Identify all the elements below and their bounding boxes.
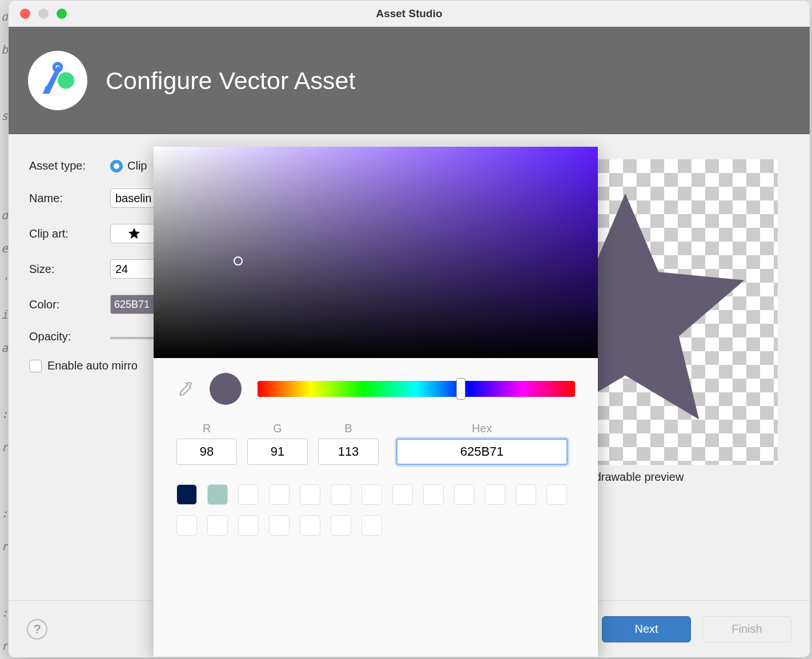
sv-cursor-icon [234, 256, 243, 266]
window-title: Asset Studio [9, 7, 810, 20]
asset-type-label: Asset type: [29, 159, 110, 172]
saturation-value-panel[interactable] [154, 147, 598, 358]
swatch-empty[interactable] [361, 515, 382, 536]
hue-slider[interactable] [258, 381, 575, 397]
name-input[interactable] [110, 188, 158, 208]
size-label: Size: [29, 263, 110, 276]
swatch-empty[interactable] [485, 484, 505, 505]
b-input[interactable] [318, 439, 379, 465]
swatch-empty[interactable] [423, 484, 444, 505]
color-picker-popup: R G B Hex [154, 147, 598, 657]
hue-handle[interactable] [456, 378, 465, 400]
swatch-empty[interactable] [331, 515, 351, 536]
swatch-empty[interactable] [207, 515, 228, 536]
swatch-empty[interactable] [238, 484, 259, 505]
help-button[interactable]: ? [27, 619, 47, 640]
name-label: Name: [29, 192, 110, 205]
hex-input[interactable] [396, 439, 568, 465]
finish-button: Finish [702, 616, 791, 642]
hex-label: Hex [472, 422, 492, 435]
auto-mirror-label: Enable auto mirro [47, 359, 138, 372]
svg-point-0 [58, 72, 74, 89]
clipart-button[interactable] [110, 224, 158, 243]
swatch-empty[interactable] [238, 515, 259, 536]
titlebar: Asset Studio [9, 1, 810, 27]
swatch-empty[interactable] [300, 484, 320, 505]
asset-type-option-label: Clip [127, 159, 147, 172]
clipart-label: Clip art: [29, 227, 110, 240]
b-label: B [344, 422, 352, 435]
swatch-empty[interactable] [331, 484, 351, 505]
swatch-empty[interactable] [516, 484, 536, 505]
g-label: G [273, 422, 282, 435]
auto-mirror-checkbox[interactable] [29, 360, 42, 372]
swatch-grid [154, 476, 598, 544]
color-label: Color: [29, 298, 110, 311]
size-input[interactable] [110, 259, 158, 279]
opacity-label: Opacity: [29, 330, 110, 343]
header-banner: Configure Vector Asset [9, 27, 810, 134]
radio-selected-icon [110, 160, 123, 172]
swatch-empty[interactable] [454, 484, 475, 505]
swatch-empty[interactable] [546, 484, 567, 505]
current-color-swatch [210, 373, 242, 405]
android-studio-icon [28, 51, 87, 110]
r-input[interactable] [176, 439, 237, 465]
star-icon [127, 227, 141, 240]
swatch-empty[interactable] [176, 515, 197, 536]
opacity-slider[interactable] [110, 337, 158, 339]
swatch-empty[interactable] [392, 484, 413, 505]
color-input[interactable]: 625B71 [110, 295, 158, 314]
g-input[interactable] [247, 439, 308, 465]
swatch-preset[interactable] [176, 484, 197, 505]
header-title: Configure Vector Asset [106, 67, 355, 95]
swatch-empty[interactable] [361, 484, 382, 505]
swatch-empty[interactable] [269, 515, 290, 536]
asset-type-radio-clipart[interactable]: Clip [110, 159, 147, 172]
asset-studio-dialog: Asset Studio Configure Vector Asset Asse… [8, 0, 810, 658]
swatch-preset[interactable] [207, 484, 228, 505]
next-button[interactable]: Next [602, 616, 691, 642]
swatch-empty[interactable] [269, 484, 290, 505]
r-label: R [203, 422, 211, 435]
eyedropper-icon[interactable] [176, 380, 194, 397]
swatch-empty[interactable] [300, 515, 320, 536]
